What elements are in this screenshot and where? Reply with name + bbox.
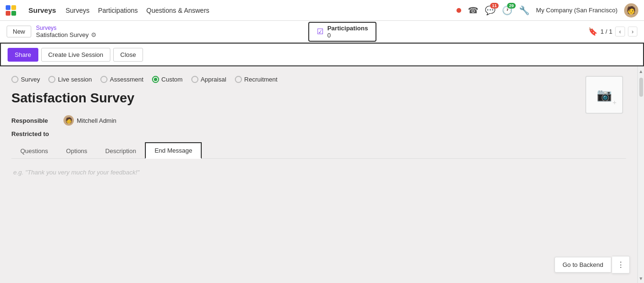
radio-survey-label: Survey <box>21 76 40 83</box>
center-area: ☑ Participations 0 <box>97 22 588 42</box>
participations-info: Participations 0 <box>327 25 368 39</box>
radio-assessment-circle <box>100 76 107 83</box>
scrollbar-thumb-area <box>638 76 644 274</box>
action-bar: Share Create Live Session Close <box>0 43 644 66</box>
nav-participations[interactable]: Participations <box>98 7 138 14</box>
radio-custom[interactable]: Custom <box>152 76 183 83</box>
chat-icon[interactable]: 💬 11 <box>485 5 495 16</box>
radio-appraisal[interactable]: Appraisal <box>191 76 226 83</box>
main-inner: Survey Live session Assessment Custom Ap… <box>0 66 637 225</box>
nav-questions-answers[interactable]: Questions & Answers <box>146 7 209 14</box>
create-live-session-button[interactable]: Create Live Session <box>41 48 110 62</box>
tab-end-message[interactable]: End Message <box>145 142 202 159</box>
settings-gear-icon[interactable]: ⚙ <box>91 31 97 38</box>
logo-square-red <box>6 11 10 16</box>
scrollbar-thumb[interactable] <box>639 78 643 97</box>
responsible-avatar: 🧑 <box>63 115 74 126</box>
page-wrapper: Survey Live session Assessment Custom Ap… <box>0 66 644 283</box>
radio-custom-label: Custom <box>161 76 183 83</box>
subbar: New Surveys Satisfaction Survey ⚙ ☑ Part… <box>0 21 644 43</box>
user-avatar[interactable]: 🧑 <box>624 3 638 18</box>
top-navbar: Surveys Surveys Participations Questions… <box>0 0 644 21</box>
breadcrumb-parent[interactable]: Surveys <box>36 25 97 31</box>
tab-questions[interactable]: Questions <box>11 142 57 159</box>
plus-icon: + <box>613 99 617 106</box>
logo-square-yellow <box>11 5 16 10</box>
checkbox-icon: ☑ <box>317 27 323 36</box>
survey-tabs: Questions Options Description End Messag… <box>11 142 626 159</box>
participations-button[interactable]: ☑ Participations 0 <box>308 22 376 42</box>
new-button[interactable]: New <box>7 26 31 37</box>
radio-live-session-circle <box>48 76 55 83</box>
image-upload-placeholder[interactable]: 📷 + <box>585 76 623 114</box>
camera-icon: 📷 <box>597 88 612 102</box>
responsible-value: 🧑 Mitchell Admin <box>63 115 116 126</box>
activity-icon[interactable]: 🕐 29 <box>502 5 512 16</box>
company-name[interactable]: My Company (San Francisco) <box>536 7 617 14</box>
responsible-name[interactable]: Mitchell Admin <box>77 117 116 124</box>
wrench-icon[interactable]: 🔧 <box>519 5 529 16</box>
main-content: Survey Live session Assessment Custom Ap… <box>0 66 637 283</box>
restricted-label: Restricted to <box>11 130 59 137</box>
radio-appraisal-circle <box>191 76 198 83</box>
survey-type-row: Survey Live session Assessment Custom Ap… <box>11 76 626 83</box>
nav-surveys[interactable]: Surveys <box>65 7 89 14</box>
radio-recruitment[interactable]: Recruitment <box>235 76 277 83</box>
status-indicator <box>456 8 461 13</box>
activity-badge: 29 <box>507 3 516 9</box>
radio-appraisal-label: Appraisal <box>201 76 226 83</box>
radio-live-session[interactable]: Live session <box>48 76 92 83</box>
radio-live-session-label: Live session <box>58 76 92 83</box>
breadcrumb-current-label: Satisfaction Survey <box>36 31 89 38</box>
tab-description[interactable]: Description <box>96 142 145 159</box>
app-brand[interactable]: Surveys <box>28 6 56 14</box>
top-nav: Surveys Participations Questions & Answe… <box>65 7 209 14</box>
goto-backend-button[interactable]: Go to Backend <box>555 257 611 273</box>
radio-survey[interactable]: Survey <box>11 76 40 83</box>
survey-title: Satisfaction Survey <box>11 91 626 106</box>
radio-recruitment-circle <box>235 76 242 83</box>
topbar-right: ☎ 💬 11 🕐 29 🔧 My Company (San Francisco)… <box>456 3 638 18</box>
pager-next-button[interactable]: › <box>628 27 637 37</box>
participations-label: Participations <box>327 25 368 32</box>
phone-icon[interactable]: ☎ <box>468 5 478 16</box>
right-scrollbar[interactable]: ▲ ▼ <box>637 66 644 283</box>
responsible-label: Responsible <box>11 117 59 124</box>
end-message-placeholder: e.g. "Thank you very much for your feedb… <box>13 169 139 176</box>
goto-backend-menu-button[interactable]: ⋮ <box>612 256 630 274</box>
radio-assessment[interactable]: Assessment <box>100 76 143 83</box>
breadcrumb: Surveys Satisfaction Survey ⚙ <box>36 25 97 38</box>
responsible-row: Responsible 🧑 Mitchell Admin <box>11 115 626 126</box>
pager-info: 1 / 1 <box>600 28 612 35</box>
radio-survey-circle <box>11 76 18 83</box>
radio-recruitment-label: Recruitment <box>244 76 277 83</box>
share-button[interactable]: Share <box>8 48 38 62</box>
chat-badge: 11 <box>490 3 499 9</box>
goto-backend-area: Go to Backend ⋮ <box>555 256 630 274</box>
app-logo <box>6 5 16 16</box>
participations-count: 0 <box>327 32 368 39</box>
radio-custom-circle <box>152 76 159 83</box>
pager-prev-button[interactable]: ‹ <box>615 27 625 37</box>
logo-square-green <box>11 11 16 16</box>
scrollbar-up-icon[interactable]: ▲ <box>638 66 644 76</box>
restricted-row: Restricted to <box>11 130 626 137</box>
logo-square-blue <box>6 5 10 10</box>
tab-end-message-content[interactable]: e.g. "Thank you very much for your feedb… <box>11 159 626 216</box>
close-button[interactable]: Close <box>113 48 143 62</box>
bookmark-icon[interactable]: 🔖 <box>588 27 598 36</box>
pager-area: 🔖 1 / 1 ‹ › <box>588 27 637 37</box>
radio-assessment-label: Assessment <box>110 76 143 83</box>
scrollbar-down-icon[interactable]: ▼ <box>638 274 644 283</box>
tab-options[interactable]: Options <box>57 142 97 159</box>
breadcrumb-current: Satisfaction Survey ⚙ <box>36 31 97 38</box>
